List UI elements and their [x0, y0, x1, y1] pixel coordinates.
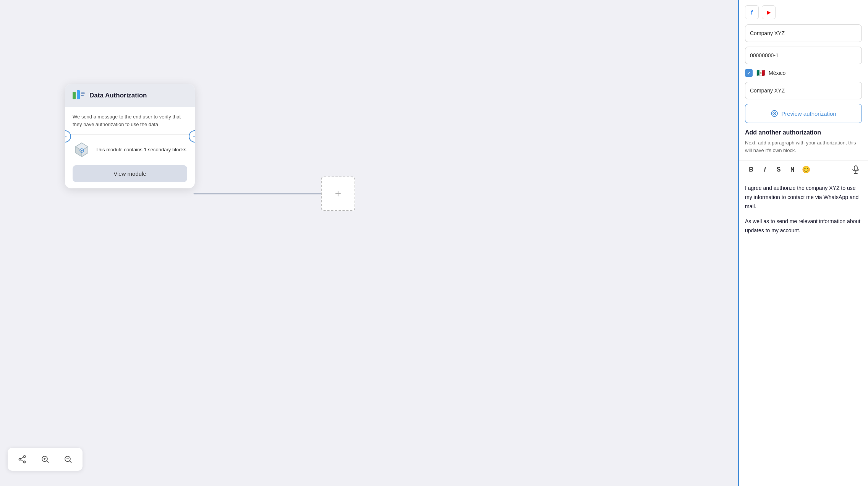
plus-icon: +: [335, 188, 341, 200]
strikethrough-button[interactable]: S: [772, 164, 785, 176]
facebook-button[interactable]: f: [745, 5, 759, 19]
svg-point-9: [81, 150, 83, 151]
data-auth-icon: [73, 90, 85, 101]
bottom-toolbar: [8, 448, 83, 471]
svg-rect-2: [81, 92, 85, 94]
company-field-1-value: Company XYZ: [750, 30, 785, 36]
auth-text-area[interactable]: I agree and authorize the company XYZ to…: [745, 184, 862, 235]
emoji-button[interactable]: 😊: [800, 164, 812, 176]
preview-authorization-button[interactable]: Preview authorization: [745, 104, 862, 123]
country-label: México: [769, 70, 785, 76]
youtube-icon: ▶: [767, 9, 771, 15]
mic-button[interactable]: [850, 164, 862, 176]
svg-point-11: [24, 461, 26, 463]
arrow-right-icon-2: →: [192, 133, 195, 139]
plus-node[interactable]: +: [321, 177, 355, 211]
add-auth-desc: Next, add a paragraph with your authoriz…: [739, 139, 868, 154]
zoom-out-button[interactable]: [61, 452, 75, 466]
card-header: Data Authorization: [65, 84, 195, 107]
youtube-button[interactable]: ▶: [762, 5, 776, 19]
country-checkbox-row: ✓ 🇲🇽 México: [745, 69, 862, 77]
canvas-area: Data Authorization We send a message to …: [0, 0, 738, 486]
preview-auth-label: Preview authorization: [781, 110, 836, 117]
zoom-out-icon: [64, 455, 72, 463]
arrow-right-icon: →: [65, 133, 68, 139]
svg-line-14: [21, 460, 23, 462]
svg-rect-3: [81, 95, 84, 96]
cube-icon: [73, 141, 91, 159]
id-field[interactable]: 00000000-1: [745, 47, 862, 64]
company-field-1[interactable]: Company XYZ: [745, 24, 862, 42]
svg-point-24: [774, 113, 775, 114]
facebook-icon: f: [751, 9, 753, 16]
zoom-in-button[interactable]: [38, 452, 52, 466]
secondary-blocks-text: This module contains 1 secondary blocks: [96, 146, 186, 153]
card-title: Data Authorization: [89, 92, 147, 99]
secondary-blocks-row: This module contains 1 secondary blocks: [73, 141, 187, 159]
add-auth-title: Add another authorization: [739, 129, 868, 136]
mic-icon: [852, 165, 859, 174]
svg-line-18: [47, 461, 49, 463]
svg-point-12: [19, 458, 21, 460]
svg-rect-25: [854, 166, 857, 170]
card-body: We send a message to the end user to ver…: [65, 107, 195, 188]
text-toolbar: B I S M 😊: [739, 160, 868, 179]
share-icon: [18, 455, 26, 463]
view-module-button[interactable]: View module: [73, 165, 187, 182]
card-divider: [65, 134, 195, 134]
preview-icon: [771, 110, 778, 117]
company-field-2[interactable]: Company XYZ: [745, 82, 862, 99]
checkmark-icon: ✓: [747, 70, 751, 76]
top-actions: f ▶: [739, 0, 868, 24]
bold-button[interactable]: B: [745, 164, 757, 176]
svg-line-21: [70, 461, 71, 463]
company-field-2-value: Company XYZ: [750, 87, 785, 94]
svg-line-13: [21, 457, 23, 459]
auth-text-para2: As well as to send me relevant informati…: [745, 217, 862, 235]
card-description: We send a message to the end user to ver…: [73, 113, 187, 128]
header-icon-group: [73, 90, 85, 101]
svg-rect-1: [77, 90, 80, 99]
connector-svg: [0, 0, 738, 486]
auth-text-para1: I agree and authorize the company XYZ to…: [745, 184, 862, 211]
share-button[interactable]: [15, 452, 29, 466]
zoom-in-icon: [41, 455, 49, 463]
italic-button[interactable]: I: [759, 164, 771, 176]
id-field-value: 00000000-1: [750, 52, 779, 58]
right-panel: f ▶ Company XYZ 00000000-1 ✓ 🇲🇽 México C…: [738, 0, 868, 486]
svg-rect-0: [73, 92, 76, 99]
svg-point-10: [24, 456, 26, 458]
data-auth-card: Data Authorization We send a message to …: [65, 84, 195, 188]
monospace-button[interactable]: M: [786, 164, 798, 176]
mexico-flag-icon: 🇲🇽: [756, 69, 765, 77]
mexico-checkbox[interactable]: ✓: [745, 69, 753, 77]
